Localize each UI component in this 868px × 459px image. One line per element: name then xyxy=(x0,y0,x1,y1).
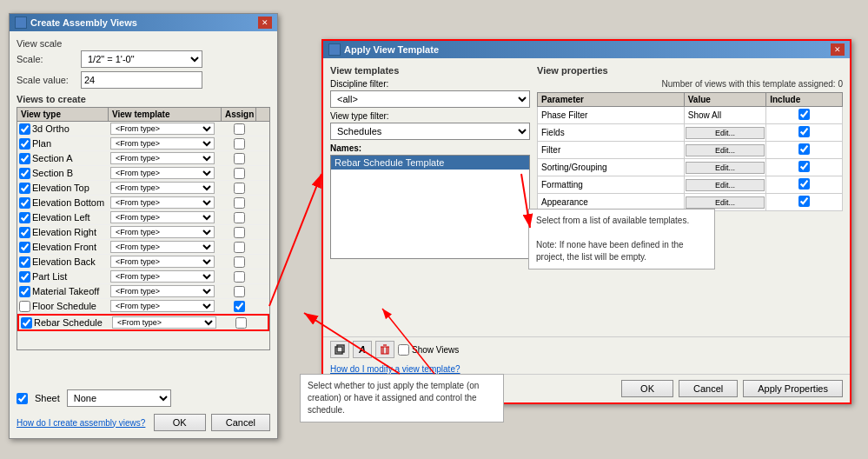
assign-checkbox[interactable] xyxy=(234,138,245,150)
scale-select[interactable]: 1/2" = 1'-0" xyxy=(81,50,202,68)
include-checkbox[interactable] xyxy=(798,143,810,155)
edit-button[interactable]: Edit... xyxy=(686,162,765,174)
edit-button[interactable]: Edit... xyxy=(686,127,765,139)
assign-checkbox[interactable] xyxy=(234,271,245,283)
delete-button[interactable] xyxy=(375,341,394,358)
row-checkbox[interactable] xyxy=(19,286,30,297)
template-select[interactable]: <From type> xyxy=(110,256,215,268)
avt-ok-button[interactable]: OK xyxy=(621,380,673,397)
row-checkbox[interactable] xyxy=(19,183,30,194)
assign-checkbox[interactable] xyxy=(234,183,245,194)
assign-checkbox[interactable] xyxy=(234,242,245,253)
avt-close-button[interactable]: ✕ xyxy=(831,43,845,56)
template-select[interactable]: <From type> xyxy=(110,123,215,135)
edit-button[interactable]: Edit... xyxy=(686,144,765,156)
param-cell: Phase Filter xyxy=(538,107,685,124)
avt-apply-button[interactable]: Apply Properties xyxy=(743,380,843,397)
row-checkbox[interactable] xyxy=(19,256,30,268)
row-checkbox[interactable] xyxy=(19,138,30,150)
names-list-item[interactable]: Rebar Schedule Template xyxy=(331,156,529,170)
sheet-label: Sheet xyxy=(35,393,60,403)
row-checkbox[interactable] xyxy=(19,197,30,209)
template-select[interactable]: <From type> xyxy=(110,226,215,238)
avt-cancel-button[interactable]: Cancel xyxy=(679,380,738,397)
sheet-checkbox[interactable] xyxy=(17,393,28,404)
header-template: View template xyxy=(109,108,222,121)
table-row: 3d Ortho <From type> xyxy=(17,122,269,136)
avt-right-panel: View properties Number of views with thi… xyxy=(537,65,843,329)
template-select[interactable]: <From type> xyxy=(110,285,215,297)
param-header: Parameter xyxy=(538,93,685,107)
assign-checkbox[interactable] xyxy=(234,153,245,164)
template-select[interactable]: <From type> xyxy=(110,152,215,164)
show-views-checkbox[interactable] xyxy=(398,344,409,356)
row-checkbox[interactable] xyxy=(19,153,30,164)
assign-checkbox[interactable] xyxy=(234,227,245,238)
row-checkbox[interactable] xyxy=(19,271,30,283)
row-checkbox[interactable] xyxy=(19,242,30,253)
assign-checkbox[interactable] xyxy=(235,317,247,329)
assign-checkbox[interactable] xyxy=(234,197,245,209)
template-select[interactable]: <From type> xyxy=(112,316,216,329)
views-to-create-label: Views to create xyxy=(17,94,270,104)
edit-button[interactable]: Edit... xyxy=(686,179,765,191)
include-checkbox[interactable] xyxy=(798,196,810,207)
assign-checkbox[interactable] xyxy=(234,256,245,268)
assembly-help-link[interactable]: How do I create assembly views? xyxy=(17,418,145,428)
row-checkbox[interactable] xyxy=(21,317,32,329)
cav-titlebar: Create Assembly Views ✕ xyxy=(10,14,277,31)
value-cell: Edit... xyxy=(684,176,765,194)
table-row: Elevation Bottom <From type> xyxy=(17,196,269,210)
cav-close-button[interactable]: ✕ xyxy=(258,17,272,29)
template-select[interactable]: <From type> xyxy=(110,182,215,194)
row-checkbox[interactable] xyxy=(19,227,30,238)
cav-cancel-button[interactable]: Cancel xyxy=(211,414,270,431)
template-select[interactable]: <From type> xyxy=(110,196,215,209)
row-checkbox[interactable] xyxy=(19,168,30,179)
include-checkbox[interactable] xyxy=(798,126,810,137)
row-checkbox[interactable] xyxy=(19,212,30,223)
value-cell: Edit... xyxy=(684,124,765,142)
assign-checkbox[interactable] xyxy=(234,301,245,312)
discipline-filter-select[interactable]: <all> xyxy=(330,90,530,108)
row-checkbox[interactable] xyxy=(19,301,30,312)
template-help-link[interactable]: How do I modify a view template? xyxy=(330,364,461,374)
table-row-rebar: Rebar Schedule <From type> xyxy=(17,314,269,331)
table-row: Fields Edit... xyxy=(538,124,843,142)
view-templates-title: View templates xyxy=(330,65,530,76)
edit-button[interactable]: Edit... xyxy=(686,196,765,209)
scale-value-label: Scale value: xyxy=(17,75,77,85)
include-checkbox[interactable] xyxy=(798,109,810,120)
table-row: Part List <From type> xyxy=(17,269,269,284)
template-select[interactable]: <From type> xyxy=(110,211,215,223)
assign-checkbox[interactable] xyxy=(234,286,245,297)
template-select[interactable]: <From type> xyxy=(110,167,215,179)
svg-rect-1 xyxy=(337,345,344,352)
header-assign: Assign xyxy=(222,108,256,121)
include-checkbox[interactable] xyxy=(798,161,810,172)
sheet-select[interactable]: None xyxy=(67,389,171,407)
table-row: Elevation Left <From type> xyxy=(17,210,269,225)
cav-ok-button[interactable]: OK xyxy=(154,414,206,431)
annotation-top-right-text: Select from a list of available template… xyxy=(536,216,689,262)
avt-titlebar: Apply View Template ✕ xyxy=(323,41,850,58)
param-cell: Formatting xyxy=(538,176,685,194)
assign-checkbox[interactable] xyxy=(234,212,245,223)
include-cell xyxy=(766,159,843,176)
scale-label: Scale: xyxy=(17,54,77,64)
template-select[interactable]: <From type> xyxy=(110,270,215,283)
duplicate-button[interactable] xyxy=(330,341,349,358)
table-row: Floor Schedule <From type> xyxy=(17,299,269,314)
template-select[interactable]: <From type> xyxy=(110,300,215,312)
assign-checkbox[interactable] xyxy=(234,123,245,135)
template-select[interactable]: <From type> xyxy=(110,137,215,150)
template-select[interactable]: <From type> xyxy=(110,241,215,253)
row-checkbox[interactable] xyxy=(19,123,30,135)
assign-checkbox[interactable] xyxy=(234,168,245,179)
table-row: Elevation Right <From type> xyxy=(17,225,269,240)
scale-value-input[interactable]: 24 xyxy=(81,71,202,89)
include-checkbox[interactable] xyxy=(798,178,810,190)
rename-button[interactable]: A xyxy=(353,341,372,358)
names-label: Names: xyxy=(330,143,530,153)
view-type-filter-select[interactable]: Schedules xyxy=(330,123,530,140)
